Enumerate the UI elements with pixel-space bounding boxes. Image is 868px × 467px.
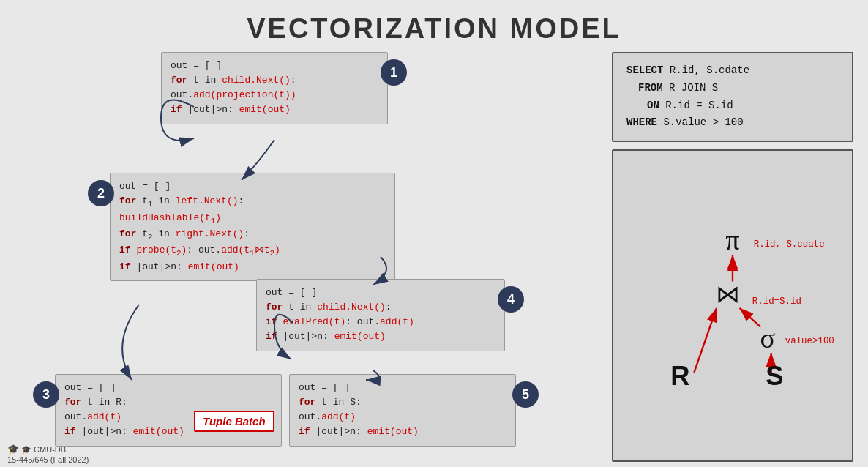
cmu-logo: 🎓 🎓 CMU-DB [7,444,89,455]
pi-attrs: R.id, S.cdate [754,239,825,249]
sigma-symbol: σ [760,323,776,354]
sql-query-box: SELECT R.id, S.cdate FROM R JOIN S ON R.… [612,52,853,142]
sql-on-keyword: ON [626,100,659,111]
sigma-cond: value>100 [785,335,834,345]
sql-from-keyword: FROM [626,82,663,94]
code-box-5: out = [ ] for t in S: out.add(t) if |out… [289,374,516,447]
cmu-logo-text: 🎓 CMU-DB [21,445,66,454]
tuple-batch-label: Tuple Batch [194,411,274,432]
page-title: VECTORIZATION MODEL [0,0,868,52]
step-number-5: 5 [512,381,539,408]
code-box-1: out = [ ] for t in child.Next(): out.add… [161,52,388,124]
code-box-2: out = [ ] for t1 in left.Next(): buildHa… [110,173,395,281]
course-info: 15-445/645 (Fall 2022) [7,455,89,464]
join-symbol: ⋈ [716,281,740,307]
step-number-1: 1 [381,59,407,86]
sql-where-keyword: WHERE [626,116,657,128]
sql-select-keyword: SELECT [626,64,663,76]
step-number-4: 4 [498,286,524,313]
query-tree-box: π R.id, S.cdate ⋈ R.id=S.id σ value>100 [612,149,853,462]
join-cond: R.id=S.id [752,296,801,307]
svg-line-8 [740,307,761,326]
r-label: R [670,361,689,386]
step-number-3: 3 [33,381,59,408]
sql-select-cols: R.id, S.cdate [663,64,749,76]
s-label: S [766,361,783,386]
sql-where-cond: S.value > 100 [657,116,744,128]
sql-on-cond: R.id = S.id [659,100,733,111]
step-number-2: 2 [88,180,114,206]
code-box-4: out = [ ] for t in child.Next(): if eval… [256,279,505,351]
query-tree-svg: π R.id, S.cdate ⋈ R.id=S.id σ value>100 [621,225,845,386]
sql-from-tables: R JOIN S [663,82,719,94]
svg-line-10 [694,307,717,372]
pi-symbol: π [725,225,739,255]
